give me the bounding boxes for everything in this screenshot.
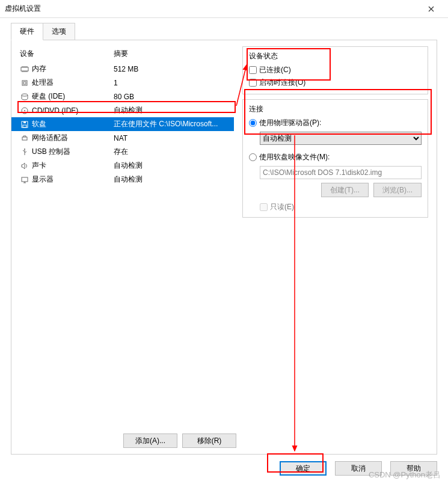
connection-legend: 连接 xyxy=(247,104,266,114)
ok-button[interactable]: 确定 xyxy=(280,461,327,476)
connected-checkbox[interactable] xyxy=(249,66,257,74)
use-physical-label: 使用物理驱动器(P): xyxy=(259,118,321,128)
tab-options[interactable]: 选项 xyxy=(43,23,75,40)
cd-icon xyxy=(20,106,29,115)
device-name: USB 控制器 xyxy=(32,147,114,157)
readonly-checkbox[interactable] xyxy=(260,203,268,211)
device-name: 软盘 xyxy=(32,119,114,129)
device-name: 处理器 xyxy=(32,78,114,88)
device-row-soundcard[interactable]: 声卡 自动检测 xyxy=(11,159,234,173)
device-summary: 1 xyxy=(114,79,226,87)
svg-rect-9 xyxy=(22,137,27,140)
browse-image-button[interactable]: 浏览(B)... xyxy=(373,183,422,197)
tab-body: 设备 摘要 内存 512 MB 处理器 1 硬盘 (IDE) 80 GB CD/… xyxy=(11,40,437,455)
svg-rect-1 xyxy=(22,81,27,85)
device-name: 内存 xyxy=(32,64,114,74)
svg-rect-8 xyxy=(23,125,26,127)
connected-label: 已连接(C) xyxy=(259,65,291,75)
device-list-header: 设备 摘要 xyxy=(11,46,234,62)
device-name: 显示器 xyxy=(32,174,114,185)
use-image-radio-row[interactable]: 使用软盘映像文件(M): xyxy=(249,151,422,164)
titlebar: 虚拟机设置 xyxy=(0,0,448,18)
col-summary: 摘要 xyxy=(114,49,226,59)
device-summary: NAT xyxy=(114,134,226,142)
device-row-cpu[interactable]: 处理器 1 xyxy=(11,76,234,90)
physical-drive-select[interactable]: 自动检测 xyxy=(260,132,422,145)
device-row-usb[interactable]: USB 控制器 存在 xyxy=(11,145,234,159)
device-name: 硬盘 (IDE) xyxy=(32,91,114,102)
image-path-input[interactable] xyxy=(260,166,422,179)
device-summary: 存在 xyxy=(114,147,226,157)
cpu-icon xyxy=(20,79,29,87)
device-list-panel: 设备 摘要 内存 512 MB 处理器 1 硬盘 (IDE) 80 GB CD/… xyxy=(11,40,234,454)
device-row-floppy[interactable]: 软盘 正在使用文件 C:\ISO\Microsoft... xyxy=(11,117,234,131)
remove-device-button[interactable]: 移除(R) xyxy=(182,433,236,448)
readonly-checkbox-row[interactable]: 只读(E) xyxy=(260,202,422,212)
device-summary: 自动检测 xyxy=(114,174,226,185)
connect-at-poweron-label: 启动时连接(O) xyxy=(259,78,305,88)
readonly-label: 只读(E) xyxy=(270,202,294,212)
window-title: 虚拟机设置 xyxy=(5,4,419,14)
connection-fieldset: 连接 使用物理驱动器(P): 自动检测 使用软盘映像文件(M): 创建(T)..… xyxy=(242,99,428,218)
device-summary: 自动检测 xyxy=(114,105,226,115)
device-summary: 正在使用文件 C:\ISO\Microsoft... xyxy=(114,119,226,129)
create-image-button[interactable]: 创建(T)... xyxy=(321,183,369,197)
connect-at-poweron-checkbox[interactable] xyxy=(249,79,257,87)
device-row-disk[interactable]: 硬盘 (IDE) 80 GB xyxy=(11,90,234,103)
device-row-cdrom[interactable]: CD/DVD (IDE) 自动检测 xyxy=(11,103,234,117)
device-action-buttons: 添加(A)... 移除(R) xyxy=(123,433,236,448)
device-settings-panel: 设备状态 已连接(C) 启动时连接(O) 连接 使用物理驱动器(P): 自动检测 xyxy=(234,40,437,454)
device-summary: 80 GB xyxy=(114,93,226,101)
svg-point-5 xyxy=(24,110,25,111)
svg-rect-2 xyxy=(23,82,26,84)
device-status-fieldset: 设备状态 已连接(C) 启动时连接(O) xyxy=(242,46,428,94)
use-image-label: 使用软盘映像文件(M): xyxy=(259,152,330,162)
add-device-button[interactable]: 添加(A)... xyxy=(123,433,177,448)
device-name: 网络适配器 xyxy=(32,133,114,143)
disk-icon xyxy=(20,93,29,101)
usb-icon xyxy=(20,148,29,156)
svg-point-10 xyxy=(24,149,25,150)
floppy-icon xyxy=(20,120,29,129)
tab-strip: 硬件 选项 xyxy=(0,18,448,40)
display-icon xyxy=(20,176,29,184)
network-icon xyxy=(20,134,29,142)
connected-checkbox-row[interactable]: 已连接(C) xyxy=(249,64,422,76)
col-device: 设备 xyxy=(20,49,114,59)
svg-rect-11 xyxy=(22,177,28,182)
svg-rect-0 xyxy=(21,67,28,71)
svg-rect-7 xyxy=(23,121,26,123)
connect-at-poweron-row[interactable]: 启动时连接(O) xyxy=(249,76,422,89)
sound-icon xyxy=(20,162,29,170)
device-row-network[interactable]: 网络适配器 NAT xyxy=(11,131,234,145)
use-physical-radio-row[interactable]: 使用物理驱动器(P): xyxy=(249,117,422,129)
device-name: CD/DVD (IDE) xyxy=(32,106,114,115)
watermark: CSDN @Python老吕 xyxy=(369,470,441,480)
svg-point-3 xyxy=(22,94,28,96)
tab-hardware[interactable]: 硬件 xyxy=(11,23,43,40)
memory-icon xyxy=(20,65,29,73)
close-button[interactable] xyxy=(419,1,443,17)
device-name: 声卡 xyxy=(32,161,114,171)
device-row-display[interactable]: 显示器 自动检测 xyxy=(11,173,234,186)
use-physical-radio[interactable] xyxy=(249,119,257,127)
device-summary: 512 MB xyxy=(114,65,226,73)
device-status-legend: 设备状态 xyxy=(247,51,280,61)
use-image-radio[interactable] xyxy=(249,153,257,161)
device-row-memory[interactable]: 内存 512 MB xyxy=(11,62,234,76)
device-summary: 自动检测 xyxy=(114,161,226,171)
